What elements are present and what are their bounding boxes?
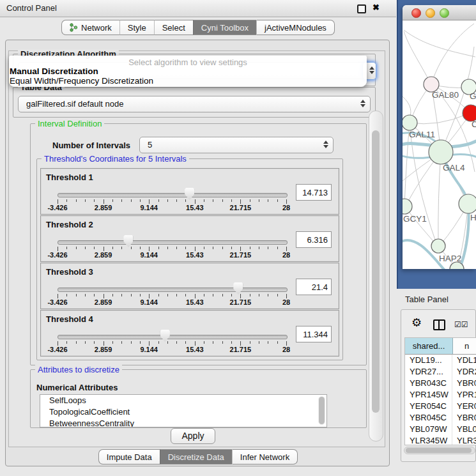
table-cell-name[interactable]: YBL0	[452, 424, 476, 435]
table-horizontal-scrollbar[interactable]	[404, 447, 475, 454]
tab-select[interactable]: Select	[154, 20, 193, 35]
table-header-shared-name[interactable]: shared...	[405, 338, 453, 354]
threshold-2-slider-handle[interactable]	[123, 235, 133, 247]
table-cell-name[interactable]: YDL1	[452, 355, 476, 366]
network-edge	[404, 31, 431, 84]
table-cell-name[interactable]: YER0	[452, 401, 476, 412]
popup-option-equal-width-frequency[interactable]: Equal Width/Frequency Discretization	[10, 76, 153, 86]
number-of-intervals-value: 5	[148, 140, 152, 150]
table-row[interactable]: YER054CYER0	[405, 401, 476, 412]
node-table: shared... n YDL19...YDL1YDR27...YDR2YBR0…	[404, 337, 476, 445]
minimize-traffic-light-icon[interactable]	[426, 8, 435, 18]
h-node[interactable]	[459, 194, 476, 213]
table-row[interactable]: YPR145WYPR1	[405, 389, 476, 401]
tab-jactivemnodules[interactable]: jActiveMNodules	[256, 20, 335, 35]
table-cell-name[interactable]: YDR2	[452, 366, 476, 378]
table-header-name[interactable]: n	[453, 338, 476, 354]
numerical-attributes-list[interactable]: SelfLoopsTopologicalCoefficientBetweenne…	[40, 394, 327, 427]
close-traffic-light-icon[interactable]	[411, 8, 421, 18]
scale-label: 9.144	[128, 298, 169, 306]
table-cell-shared-name[interactable]: YER054C	[405, 401, 452, 412]
table-row[interactable]: YBR045CYBR0	[405, 412, 476, 424]
screen: Control Panel ✖ Network Style Select Cyn…	[0, 0, 476, 476]
table-cell-name[interactable]: YBR0	[452, 378, 476, 389]
threshold-3-value-field[interactable]	[296, 279, 332, 295]
table-row[interactable]: YBL079WYBL0	[405, 424, 476, 435]
checkboxes-icon[interactable]: ☑☑	[454, 320, 468, 329]
threshold-2-slider-track[interactable]	[58, 240, 288, 245]
network-edge	[431, 24, 474, 84]
hap2-node[interactable]	[431, 239, 445, 253]
scale-label: -3.426	[37, 346, 78, 353]
control-panel-scrollbar-thumb[interactable]	[372, 130, 380, 413]
gal4-node-label: GAL4	[443, 163, 465, 173]
table-data-combobox[interactable]: galFiltered.sif default node	[18, 96, 371, 112]
scale-label: 28	[266, 251, 307, 259]
threshold-4-slider-handle[interactable]	[160, 330, 170, 342]
algorithm-dropdown-popup: Select algorithm to view settings Manual…	[9, 56, 367, 87]
number-of-intervals-combobox[interactable]: 5	[139, 137, 334, 153]
threshold-4-slider-track[interactable]	[58, 335, 288, 339]
scale-label: 21.715	[220, 298, 261, 306]
stepper-arrows-icon	[369, 66, 374, 74]
table-cell-shared-name[interactable]: YPR145W	[405, 389, 452, 401]
table-cell-shared-name[interactable]: YDR27...	[405, 366, 452, 378]
control-panel-scrollbar[interactable]	[369, 111, 383, 441]
table-row[interactable]: YDR27...YDR2	[405, 366, 476, 378]
table-row[interactable]: YDL19...YDL1	[405, 355, 476, 366]
gal11-node[interactable]	[403, 115, 417, 130]
popup-option-manual-discretization[interactable]: Manual Discretization	[10, 66, 98, 76]
threshold-1-slider-handle[interactable]	[185, 188, 194, 200]
table-cell-shared-name[interactable]: YDL19...	[405, 355, 452, 366]
scale-label: 2.859	[83, 204, 124, 211]
h-node-label: H	[470, 213, 476, 222]
attribute-list-item[interactable]: TopologicalCoefficient	[40, 406, 326, 418]
tab-infer-network[interactable]: Infer Network	[232, 449, 298, 464]
threshold-row-2: Threshold 2-3.4262.8599.14415.4321.71528	[40, 215, 339, 262]
network-edge	[410, 123, 436, 243]
table-cell-name[interactable]: YBR0	[452, 412, 476, 424]
table-row[interactable]: YLR345WYLR3	[405, 435, 476, 445]
tab-impute-data[interactable]: Impute Data	[98, 449, 160, 464]
columns-icon[interactable]	[433, 319, 445, 330]
network-canvas[interactable]: GAL80GCGAL11GAL4GCY1HHAP2	[403, 20, 476, 269]
threshold-3-slider-track[interactable]	[58, 288, 288, 292]
thresholds-group-title: Threshold's Coordinates for 5 Intervals	[42, 154, 189, 164]
scale-label: 21.715	[220, 251, 261, 259]
table-header-row: shared... n	[405, 338, 476, 355]
threshold-2-label: Threshold 2	[46, 220, 93, 229]
tab-cyni-toolbox[interactable]: Cyni Toolbox	[193, 20, 256, 35]
table-cell-shared-name[interactable]: YLR345W	[405, 435, 452, 445]
network-window-titlebar[interactable]	[403, 5, 476, 20]
scale-label: 28	[266, 298, 307, 306]
apply-button[interactable]: Apply	[171, 428, 215, 444]
table-cell-name[interactable]: YLR3	[452, 435, 476, 445]
attributes-list-scrollbar-thumb[interactable]	[319, 397, 325, 424]
tab-network[interactable]: Network	[61, 20, 119, 35]
table-cell-shared-name[interactable]: YBR043C	[405, 378, 452, 389]
table-cell-name[interactable]: YPR1	[452, 389, 476, 401]
gal11-node-label: GAL11	[409, 130, 435, 139]
threshold-4-value-field[interactable]	[296, 326, 332, 342]
threshold-2-value-field[interactable]	[296, 231, 332, 248]
gear-icon[interactable]: ⚙	[411, 317, 422, 328]
threshold-1-slider-track[interactable]	[58, 193, 288, 197]
threshold-3-slider-handle[interactable]	[233, 282, 243, 295]
gcy1-node[interactable]	[403, 199, 412, 214]
table-cell-shared-name[interactable]: YBR045C	[405, 412, 452, 424]
threshold-3-label: Threshold 3	[46, 267, 93, 277]
threshold-1-value-field[interactable]	[296, 184, 332, 201]
table-cell-shared-name[interactable]: YBL079W	[405, 424, 452, 435]
table-horizontal-scrollbar-thumb[interactable]	[406, 448, 472, 453]
attributes-list-scrollbar[interactable]	[318, 396, 325, 425]
gal4-node[interactable]	[429, 140, 453, 164]
close-icon[interactable]: ✖	[372, 3, 380, 12]
zoom-traffic-light-icon[interactable]	[440, 8, 449, 18]
attribute-list-item[interactable]: BetweennessCentrality	[40, 418, 326, 427]
scale-label: -3.426	[37, 251, 78, 259]
float-window-icon[interactable]	[357, 4, 366, 13]
tab-style[interactable]: Style	[119, 20, 154, 35]
attribute-list-item[interactable]: SelfLoops	[40, 395, 326, 406]
table-row[interactable]: YBR043CYBR0	[405, 378, 476, 389]
tab-discretize-data[interactable]: Discretize Data	[160, 449, 232, 464]
